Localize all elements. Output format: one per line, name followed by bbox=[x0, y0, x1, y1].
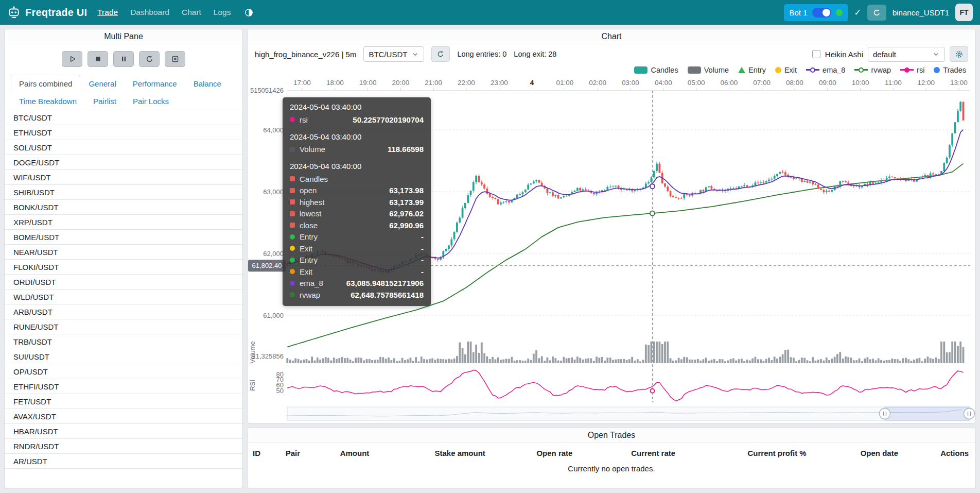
tab-time-breakdown[interactable]: Time Breakdown bbox=[11, 92, 85, 110]
chart-refresh-button[interactable] bbox=[431, 46, 450, 62]
reload-data-button[interactable] bbox=[867, 5, 886, 21]
pair-list-item[interactable]: TRB/USDT bbox=[5, 334, 242, 349]
legend-item-rsi[interactable]: rsi bbox=[900, 66, 924, 74]
tab-pairlist[interactable]: Pairlist bbox=[85, 92, 125, 110]
long-entries-label: Long entries: 0 bbox=[457, 50, 506, 58]
svg-text:50: 50 bbox=[276, 387, 284, 395]
legend-label: rvwap bbox=[871, 66, 891, 74]
svg-text:4: 4 bbox=[530, 79, 534, 87]
pair-list-item[interactable]: RNDR/USDT bbox=[5, 439, 242, 454]
main-content: Multi Pane Pairs combinedGeneralPerforma… bbox=[0, 25, 980, 493]
reload-icon bbox=[145, 55, 154, 63]
svg-text:05:00: 05:00 bbox=[688, 79, 705, 87]
pair-list-item[interactable]: XRP/USDT bbox=[5, 215, 242, 230]
svg-text:62,000: 62,000 bbox=[263, 250, 284, 258]
pair-select[interactable]: BTC/USDT bbox=[363, 46, 424, 62]
plot-config-select[interactable]: default bbox=[868, 47, 945, 62]
pair-list-item[interactable]: BOME/USDT bbox=[5, 230, 242, 245]
chart-legend: CandlesVolumeEntryExitema_8rvwaprsiTrade… bbox=[248, 64, 975, 76]
reload-config-button[interactable] bbox=[139, 51, 160, 67]
pair-list-item[interactable]: RUNE/USDT bbox=[5, 319, 242, 334]
svg-text:03:00: 03:00 bbox=[622, 79, 639, 87]
app-title: Freqtrade UI bbox=[25, 7, 87, 19]
svg-text:13:00: 13:00 bbox=[950, 79, 968, 87]
force-exit-button[interactable] bbox=[165, 51, 185, 67]
pair-list-item[interactable]: AVAX/USDT bbox=[5, 409, 242, 424]
tab-balance[interactable]: Balance bbox=[185, 75, 230, 93]
legend-item-exit[interactable]: Exit bbox=[775, 66, 797, 74]
svg-text:07:00: 07:00 bbox=[753, 79, 771, 87]
pair-list-item[interactable]: BONK/USDT bbox=[5, 200, 242, 215]
multi-pane-tabs: Pairs combinedGeneralPerformanceBalanceT… bbox=[5, 75, 242, 110]
legend-item-candles[interactable]: Candles bbox=[634, 66, 678, 74]
exchange-label: binance_USDT1 bbox=[892, 8, 949, 17]
open-trades-panel: Open Trades IDPairAmountStake amountOpen… bbox=[247, 428, 976, 489]
legend-label: Candles bbox=[651, 66, 678, 74]
nav-link-chart[interactable]: Chart bbox=[182, 8, 201, 17]
right-column: Chart high_frog_binance_v226 | 5m BTC/US… bbox=[247, 29, 976, 489]
legend-item-ema_8[interactable]: ema_8 bbox=[806, 66, 845, 74]
play-icon bbox=[68, 55, 77, 63]
main-nav: TradeDashboardChartLogs bbox=[97, 8, 243, 17]
tab-general[interactable]: General bbox=[80, 75, 124, 93]
pair-list-item[interactable]: ETH/USDT bbox=[5, 125, 242, 140]
legend-item-trades[interactable]: Trades bbox=[934, 66, 966, 74]
pair-list-item[interactable]: NEAR/USDT bbox=[5, 245, 242, 260]
bot-selector[interactable]: Bot 1 bbox=[784, 4, 848, 21]
heikin-ashi-checkbox[interactable] bbox=[812, 50, 820, 58]
legend-dot-icon bbox=[775, 67, 781, 73]
pair-list-item[interactable]: HBAR/USDT bbox=[5, 424, 242, 439]
zoom-handle bbox=[964, 409, 975, 419]
pair-list-item[interactable]: BTC/USDT bbox=[5, 110, 242, 125]
tab-pairs-combined[interactable]: Pairs combined bbox=[11, 75, 80, 93]
gear-icon bbox=[955, 50, 964, 59]
col-header-id: ID bbox=[248, 445, 281, 461]
theme-toggle-button[interactable] bbox=[243, 7, 255, 19]
legend-triangle-icon bbox=[738, 67, 745, 73]
user-avatar[interactable]: FT bbox=[955, 4, 973, 21]
pair-list-item[interactable]: DOGE/USDT bbox=[5, 155, 242, 170]
open-trades-title: Open Trades bbox=[248, 428, 975, 443]
pair-list-item[interactable]: FET/USDT bbox=[5, 394, 242, 409]
crosshair: 61,802.40 bbox=[248, 91, 970, 402]
col-header-amount: Amount bbox=[335, 445, 430, 461]
pause-button[interactable] bbox=[113, 51, 134, 67]
tab-performance[interactable]: Performance bbox=[125, 75, 185, 93]
reload-icon bbox=[436, 50, 445, 58]
pair-list-item[interactable]: SOL/USDT bbox=[5, 140, 242, 155]
legend-item-rvwap[interactable]: rvwap bbox=[854, 66, 891, 74]
pair-list-item[interactable]: SUI/USDT bbox=[5, 349, 242, 364]
nav-link-dashboard[interactable]: Dashboard bbox=[130, 8, 169, 17]
bot-toggle-switch[interactable] bbox=[812, 8, 831, 18]
pair-list-item[interactable]: ARB/USDT bbox=[5, 304, 242, 319]
nav-link-trade[interactable]: Trade bbox=[97, 8, 118, 17]
heikin-ashi-label: Heikin Ashi bbox=[825, 50, 863, 59]
legend-item-entry[interactable]: Entry bbox=[738, 66, 766, 74]
svg-text:19:00: 19:00 bbox=[359, 79, 377, 87]
pair-list-item[interactable]: WLD/USDT bbox=[5, 290, 242, 304]
col-header-stake-amount: Stake amount bbox=[429, 445, 531, 461]
multi-pane-title: Multi Pane bbox=[5, 29, 242, 44]
candlestick-chart[interactable]: 17:0018:0019:0020:0021:0022:0023:00401:0… bbox=[248, 76, 975, 423]
top-navbar: Freqtrade UI TradeDashboardChartLogs Bot… bbox=[0, 0, 980, 25]
nav-link-logs[interactable]: Logs bbox=[214, 8, 231, 17]
pair-list-item[interactable]: WIF/USDT bbox=[5, 170, 242, 185]
col-header-current-profit-: Current profit % bbox=[742, 445, 855, 461]
legend-label: Trades bbox=[943, 66, 966, 74]
plot-settings-button[interactable] bbox=[950, 46, 968, 62]
svg-text:02:00: 02:00 bbox=[589, 79, 606, 87]
data-zoom-slider[interactable] bbox=[286, 407, 974, 420]
legend-label: Volume bbox=[704, 66, 729, 74]
legend-dot-icon bbox=[934, 67, 940, 73]
pair-list-item[interactable]: SHIB/USDT bbox=[5, 185, 242, 200]
pair-list-item[interactable]: OP/USDT bbox=[5, 364, 242, 379]
start-button[interactable] bbox=[62, 51, 82, 67]
pair-list-item[interactable]: ETHFI/USDT bbox=[5, 379, 242, 394]
legend-item-volume[interactable]: Volume bbox=[688, 66, 729, 74]
tab-pair-locks[interactable]: Pair Locks bbox=[125, 92, 177, 110]
pair-list-item[interactable]: AR/USDT bbox=[5, 454, 242, 469]
pair-list-item[interactable]: ORDI/USDT bbox=[5, 275, 242, 290]
pair-list-item[interactable]: FLOKI/USDT bbox=[5, 260, 242, 275]
stop-button[interactable] bbox=[87, 51, 108, 67]
zoom-handle bbox=[880, 409, 890, 419]
